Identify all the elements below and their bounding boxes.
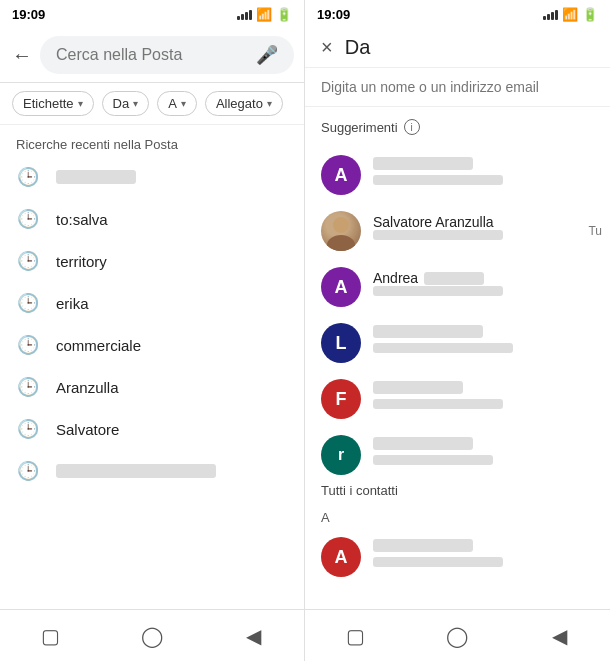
home-nav-button[interactable]: ◯ bbox=[437, 624, 477, 648]
section-letter-a: A bbox=[305, 506, 610, 529]
contact-info: Salvatore Aranzulla bbox=[373, 214, 594, 248]
list-item[interactable]: 🕒 to:salva bbox=[16, 198, 288, 240]
recent-item-text: to:salva bbox=[56, 211, 108, 228]
contact-info bbox=[373, 539, 594, 575]
list-item[interactable]: Salvatore Aranzulla Tu bbox=[305, 203, 610, 259]
list-item[interactable]: A bbox=[305, 147, 610, 203]
left-bottom-nav: ▢ ◯ ◀ bbox=[0, 609, 304, 661]
filter-chip-a[interactable]: A ▾ bbox=[157, 91, 197, 116]
email-input[interactable] bbox=[321, 79, 594, 95]
right-header: × Da bbox=[305, 28, 610, 68]
filter-chip-allegato[interactable]: Allegato ▾ bbox=[205, 91, 283, 116]
all-contacts-section: Tutti i contatti bbox=[305, 475, 610, 506]
contact-email bbox=[373, 399, 503, 409]
recent-item-text: erika bbox=[56, 295, 89, 312]
list-item[interactable]: 🕒 territory bbox=[16, 240, 288, 282]
dialog-title: Da bbox=[345, 36, 371, 59]
list-item[interactable]: 🕒 commerciale bbox=[16, 324, 288, 366]
square-nav-button[interactable]: ▢ bbox=[336, 624, 376, 648]
contact-name bbox=[373, 437, 473, 450]
list-item[interactable]: 🕒 Aranzulla bbox=[16, 366, 288, 408]
list-item[interactable]: A Andrea bbox=[305, 259, 610, 315]
contact-name bbox=[373, 157, 473, 170]
contact-name: Andrea bbox=[373, 270, 594, 286]
left-status-icons: 📶 🔋 bbox=[237, 7, 292, 22]
contact-name bbox=[373, 325, 483, 338]
recent-item-text: Salvatore bbox=[56, 421, 119, 438]
signal-icon bbox=[543, 8, 558, 20]
wifi-icon: 📶 bbox=[256, 7, 272, 22]
contact-email bbox=[373, 175, 503, 185]
filter-chip-etichette[interactable]: Etichette ▾ bbox=[12, 91, 94, 116]
contact-info bbox=[373, 157, 594, 193]
history-icon: 🕒 bbox=[16, 250, 40, 272]
avatar: L bbox=[321, 323, 361, 363]
history-icon: 🕒 bbox=[16, 208, 40, 230]
avatar: r bbox=[321, 435, 361, 475]
contact-email bbox=[373, 286, 503, 296]
history-icon: 🕒 bbox=[16, 376, 40, 398]
svg-point-0 bbox=[333, 217, 349, 233]
avatar: F bbox=[321, 379, 361, 419]
filter-chip-da[interactable]: Da ▾ bbox=[102, 91, 150, 116]
back-button[interactable]: ← bbox=[12, 44, 32, 67]
recent-item-text: territory bbox=[56, 253, 107, 270]
history-icon: 🕒 bbox=[16, 334, 40, 356]
search-input-container: 🎤 bbox=[40, 36, 294, 74]
list-item[interactable]: 🕒 bbox=[16, 450, 288, 492]
list-item[interactable]: 🕒 bbox=[16, 156, 288, 198]
contact-info bbox=[373, 381, 594, 417]
contact-email bbox=[373, 230, 503, 240]
tu-label: Tu bbox=[588, 224, 602, 238]
list-item[interactable]: 🕒 erika bbox=[16, 282, 288, 324]
contact-name bbox=[373, 381, 463, 394]
avatar bbox=[321, 211, 361, 251]
avatar: A bbox=[321, 155, 361, 195]
email-input-container bbox=[305, 68, 610, 107]
home-nav-button[interactable]: ◯ bbox=[132, 624, 172, 648]
avatar: A bbox=[321, 267, 361, 307]
recent-item-text bbox=[56, 464, 216, 478]
all-contacts-title: Tutti i contatti bbox=[321, 483, 594, 498]
square-nav-button[interactable]: ▢ bbox=[31, 624, 71, 648]
list-item[interactable]: A bbox=[305, 529, 610, 585]
wifi-icon: 📶 bbox=[562, 7, 578, 22]
chevron-down-icon: ▾ bbox=[133, 98, 138, 109]
search-input[interactable] bbox=[56, 46, 256, 64]
list-item[interactable]: L bbox=[305, 315, 610, 371]
contact-name: Salvatore Aranzulla bbox=[373, 214, 594, 230]
mic-icon[interactable]: 🎤 bbox=[256, 44, 278, 66]
contact-info bbox=[373, 437, 594, 473]
signal-icon bbox=[237, 8, 252, 20]
bottom-contact-list: A bbox=[305, 529, 610, 609]
filter-bar: Etichette ▾ Da ▾ A ▾ Allegato ▾ bbox=[0, 83, 304, 125]
close-button[interactable]: × bbox=[321, 36, 333, 59]
list-item[interactable]: 🕒 Salvatore bbox=[16, 408, 288, 450]
right-status-icons: 📶 🔋 bbox=[543, 7, 598, 22]
person-photo bbox=[321, 211, 361, 251]
contact-email bbox=[373, 343, 513, 353]
back-nav-button[interactable]: ◀ bbox=[539, 624, 579, 648]
recent-item-text bbox=[56, 170, 136, 184]
svg-point-1 bbox=[327, 235, 355, 251]
chevron-down-icon: ▾ bbox=[78, 98, 83, 109]
history-icon: 🕒 bbox=[16, 460, 40, 482]
search-bar: ← 🎤 bbox=[0, 28, 304, 83]
recent-title: Ricerche recenti nella Posta bbox=[16, 137, 288, 152]
info-icon[interactable]: i bbox=[404, 119, 420, 135]
contact-name bbox=[373, 539, 473, 552]
recent-section: Ricerche recenti nella Posta 🕒 🕒 to:salv… bbox=[0, 125, 304, 496]
avatar: A bbox=[321, 537, 361, 577]
recent-list: 🕒 🕒 to:salva 🕒 territory 🕒 erika 🕒 comme… bbox=[16, 156, 288, 492]
filter-label-a: A bbox=[168, 96, 177, 111]
contact-email bbox=[373, 455, 493, 465]
chevron-down-icon: ▾ bbox=[267, 98, 272, 109]
list-item[interactable]: r bbox=[305, 427, 610, 475]
list-item[interactable]: F bbox=[305, 371, 610, 427]
history-icon: 🕒 bbox=[16, 292, 40, 314]
contact-list: A Salvatore Aranzulla Tu A bbox=[305, 147, 610, 475]
back-nav-button[interactable]: ◀ bbox=[233, 624, 273, 648]
recent-item-text: commerciale bbox=[56, 337, 141, 354]
left-panel: 19:09 📶 🔋 ← 🎤 Etichette ▾ Da ▾ bbox=[0, 0, 305, 661]
filter-label-etichette: Etichette bbox=[23, 96, 74, 111]
